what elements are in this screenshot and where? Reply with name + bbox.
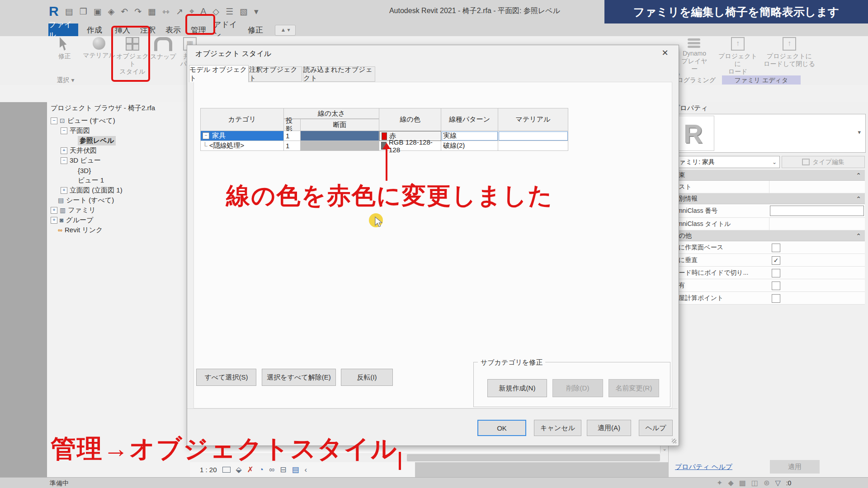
material-cell[interactable] <box>498 141 568 151</box>
cut-with-voids-checkbox[interactable] <box>772 269 780 277</box>
undo-icon[interactable]: ↶ <box>121 6 128 17</box>
tree-item-3d-views[interactable]: − 3D ビュー <box>61 155 101 165</box>
settings-icon[interactable]: ⊛ <box>764 479 769 487</box>
invert-button[interactable]: 反転(I) <box>341 369 393 386</box>
tab-annotation-objects[interactable]: 注釈オブジェクト <box>249 66 302 82</box>
sun-path-icon[interactable]: ✗ <box>247 465 254 474</box>
collapse-icon[interactable]: − <box>51 117 57 124</box>
dynamo-player-button[interactable]: Dynamo プレイヤー <box>681 37 708 73</box>
new-subcategory-button[interactable]: 新規作成(N) <box>487 379 547 397</box>
section-other[interactable]: その他 ⌃ <box>669 230 865 241</box>
visual-style-icon[interactable]: ⬙ <box>236 465 242 474</box>
properties-apply-button[interactable]: 適用 <box>770 460 820 474</box>
collapse-icon[interactable]: − <box>61 127 67 134</box>
expand-icon[interactable]: + <box>61 187 67 194</box>
properties-help-link[interactable]: プロパティ ヘルプ <box>675 463 732 471</box>
load-into-project-button[interactable]: ↑ プロジェクトに ロード <box>717 37 759 75</box>
save-icon[interactable]: ▣ <box>94 6 102 17</box>
tab-view[interactable]: 表示 <box>163 23 184 36</box>
property-row-work-plane-based[interactable]: 常に作業面ベース <box>669 241 865 254</box>
load-into-project-close-button[interactable]: ↑ プロジェクトに ロードして閉じる <box>763 37 816 68</box>
tree-item-views[interactable]: − ⊡ ビュー (すべて) <box>51 116 115 126</box>
open-icon[interactable]: ❒ <box>80 6 87 17</box>
ribbon-collapse-icon[interactable]: ▲ ▾ <box>275 25 296 36</box>
material-cell[interactable] <box>498 131 568 141</box>
section-identity-data[interactable]: 識別情報 ⌃ <box>669 193 865 204</box>
section-constraints[interactable]: 拘束 ⌃ <box>669 170 865 181</box>
tree-item-elevations[interactable]: + 立面図 (立面図 1) <box>61 185 123 195</box>
close-icon[interactable]: ✕ <box>659 48 671 58</box>
detail-level-icon[interactable] <box>222 467 231 473</box>
property-row-omniclass-title[interactable]: OmniClass タイトル <box>669 218 865 230</box>
tree-item-3d[interactable]: {3D} <box>78 165 91 175</box>
resize-grip[interactable] <box>672 439 676 443</box>
property-row-always-vertical[interactable]: 常に垂直 ✓ <box>669 254 865 267</box>
snaps-button[interactable]: スナップ <box>149 37 177 61</box>
tab-create[interactable]: 作成 <box>84 23 105 36</box>
tab-modify[interactable]: 修正 <box>245 23 266 36</box>
section-collapse-icon[interactable]: ⌃ <box>856 195 861 202</box>
exclude-options-icon[interactable]: ▩ <box>739 479 746 487</box>
collapse-icon[interactable]: − <box>203 132 209 139</box>
tree-item-sheets[interactable]: ▤ シート (すべて) <box>58 195 114 205</box>
crop-lock-icon[interactable]: ⊟ <box>280 465 286 474</box>
select-group-label[interactable]: 選択 ▾ <box>51 75 80 84</box>
ok-button[interactable]: OK <box>477 420 526 436</box>
omniclass-number-input[interactable] <box>770 206 864 216</box>
viewbar-collapse-icon[interactable]: ‹ <box>305 465 307 474</box>
tree-item-ceiling-plans[interactable]: + 天井伏図 <box>61 145 97 155</box>
section-collapse-icon[interactable]: ⌃ <box>856 172 861 179</box>
line-pattern-cell[interactable]: 破線(2) <box>441 141 498 151</box>
shared-checkbox[interactable] <box>772 282 780 290</box>
revit-logo-icon[interactable]: R <box>49 5 59 18</box>
expand-icon[interactable]: + <box>51 207 57 214</box>
tab-imported-objects[interactable]: 読み込まれたオブジェクト <box>303 66 375 82</box>
select-all-button[interactable]: すべて選択(S) <box>196 369 256 386</box>
category-cell-furniture[interactable]: − 家具 <box>200 131 284 141</box>
shadows-icon[interactable]: ◔ <box>259 465 264 474</box>
tab-file[interactable]: ファイル <box>48 23 78 36</box>
tab-addins[interactable]: アドイン <box>213 23 241 36</box>
property-row-host[interactable]: ホスト <box>669 181 865 193</box>
collapse-icon[interactable]: − <box>61 157 67 164</box>
apply-button[interactable]: 適用(A) <box>587 420 631 436</box>
help-button[interactable]: ヘルプ <box>639 420 673 436</box>
modify-button[interactable]: 修正 <box>52 37 77 60</box>
edit-type-button[interactable]: タイプ編集 <box>782 156 865 168</box>
expand-icon[interactable]: + <box>61 147 67 154</box>
design-options-icon[interactable]: ◆ <box>728 479 733 487</box>
sync-icon[interactable]: ◈ <box>108 6 115 17</box>
materials-button[interactable]: マテリアル <box>82 37 116 59</box>
property-row-omniclass-number[interactable]: OmniClass 番号 <box>669 204 865 218</box>
tree-item-floor-plans[interactable]: − 平面図 <box>61 126 90 136</box>
tree-item-reference-level[interactable]: 参照レベル <box>78 136 116 145</box>
file-tab-icon[interactable]: ▤ <box>65 6 73 17</box>
expand-icon[interactable]: + <box>51 217 57 224</box>
section-collapse-icon[interactable]: ⌃ <box>856 232 861 239</box>
scrollbar-thumb[interactable] <box>407 454 660 461</box>
rename-subcategory-button[interactable]: 名前変更(R) <box>609 379 659 397</box>
line-pattern-cell[interactable]: 実線 <box>441 131 498 141</box>
worksets-icon[interactable]: ✦ <box>717 479 722 487</box>
edit-linked-icon[interactable]: ◫ <box>751 479 758 487</box>
projection-cell[interactable]: 1 <box>284 131 301 141</box>
room-calc-checkbox[interactable] <box>772 294 780 303</box>
chevron-down-icon[interactable]: ▾ <box>858 129 861 136</box>
view-scale[interactable]: 1 : 20 <box>200 466 217 474</box>
type-selector[interactable]: R ▾ <box>669 114 866 153</box>
work-plane-checkbox[interactable] <box>772 244 780 252</box>
reveal-hidden-icon[interactable]: ∞ <box>269 465 274 474</box>
property-row-room-calculation-point[interactable]: 部屋計算ポイント <box>669 292 865 305</box>
cancel-button[interactable]: キャンセル <box>534 420 581 436</box>
delete-subcategory-button[interactable]: 削除(D) <box>552 379 603 397</box>
category-cell-hidden-lines[interactable]: └ <隠線処理> <box>200 141 284 151</box>
property-row-cut-with-voids[interactable]: ロード時にボイドで切り... <box>669 267 865 279</box>
projection-cell[interactable]: 1 <box>284 141 301 151</box>
always-vertical-checkbox[interactable]: ✓ <box>772 256 780 265</box>
tree-item-groups[interactable]: + ◙ グループ <box>51 215 94 225</box>
tree-item-revit-links[interactable]: ∞ Revit リンク <box>58 225 103 235</box>
filter-icon[interactable]: ▽ <box>775 479 780 487</box>
property-row-shared[interactable]: 共有 <box>669 279 865 292</box>
tab-model-objects[interactable]: モデル オブジェクト <box>189 65 249 82</box>
deselect-all-button[interactable]: 選択をすべて解除(E) <box>262 369 336 386</box>
